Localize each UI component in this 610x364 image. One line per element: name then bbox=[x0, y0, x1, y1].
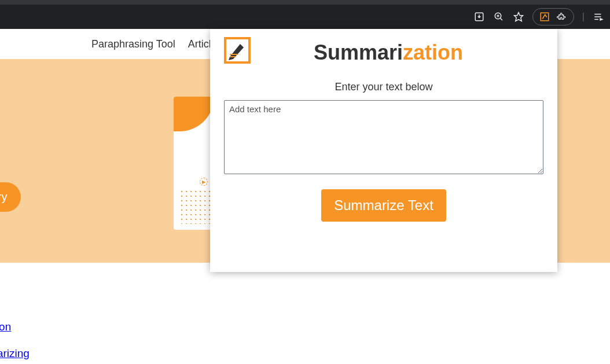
title-part2: zation bbox=[403, 41, 463, 64]
puzzle-icon[interactable] bbox=[556, 11, 568, 23]
summarize-button[interactable]: Summarize Text bbox=[321, 189, 446, 222]
bookmark-star-icon[interactable] bbox=[513, 11, 524, 23]
link-summarizing[interactable]: Summarizing bbox=[0, 347, 610, 360]
bottom-links: b Version Summarizing bbox=[0, 263, 610, 360]
svg-line-2 bbox=[500, 18, 502, 20]
zoom-icon[interactable] bbox=[493, 11, 505, 23]
popup-subtitle: Enter your text below bbox=[224, 81, 543, 93]
playlist-icon[interactable] bbox=[593, 11, 604, 23]
install-icon[interactable] bbox=[473, 11, 485, 23]
extension-popup: Summarization Enter your text below Summ… bbox=[210, 29, 557, 272]
toolbar-divider: | bbox=[582, 12, 585, 22]
link-version[interactable]: b Version bbox=[0, 321, 610, 333]
svg-marker-5 bbox=[514, 13, 523, 21]
text-input[interactable] bbox=[224, 100, 543, 174]
extension-pill bbox=[532, 8, 574, 25]
popup-title: Summarization bbox=[233, 41, 543, 65]
summary-button[interactable]: mary bbox=[0, 182, 21, 212]
extension-app-icon[interactable] bbox=[539, 11, 550, 23]
popup-header: Summarization bbox=[224, 36, 543, 65]
svg-rect-6 bbox=[541, 13, 549, 21]
title-part1: Summari bbox=[314, 41, 403, 64]
browser-toolbar: | bbox=[0, 0, 610, 29]
nav-link-paraphrasing[interactable]: Paraphrasing Tool bbox=[91, 38, 175, 50]
